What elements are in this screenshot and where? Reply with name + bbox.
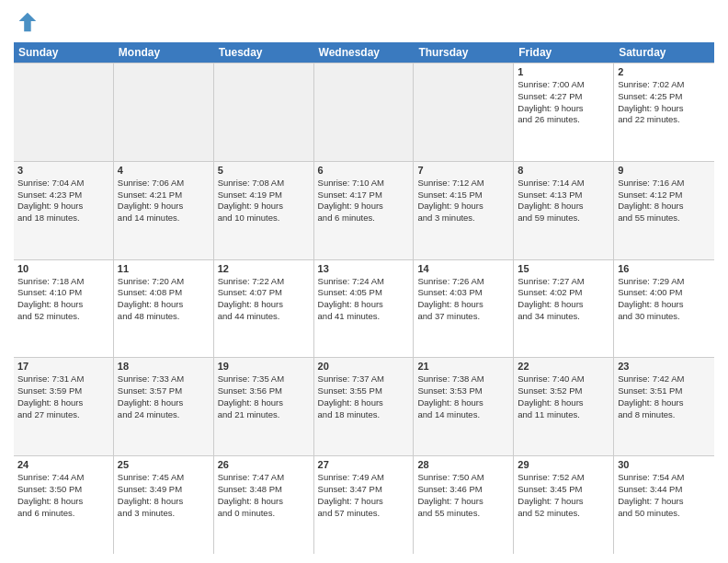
day-number: 30 <box>618 459 711 470</box>
day-number: 25 <box>118 459 210 470</box>
week-row-0: 1Sunrise: 7:00 AMSunset: 4:27 PMDaylight… <box>14 63 714 161</box>
day-info: Sunrise: 7:49 AMSunset: 3:47 PMDaylight:… <box>318 472 410 519</box>
cal-cell-1-6: 9Sunrise: 7:16 AMSunset: 4:12 PMDaylight… <box>614 162 714 259</box>
cal-cell-3-2: 19Sunrise: 7:35 AMSunset: 3:56 PMDayligh… <box>214 358 314 455</box>
day-number: 28 <box>417 459 509 470</box>
logo-icon <box>14 9 40 35</box>
cal-cell-4-3: 27Sunrise: 7:49 AMSunset: 3:47 PMDayligh… <box>314 456 415 554</box>
svg-marker-0 <box>19 13 37 32</box>
day-number: 5 <box>218 165 310 176</box>
cal-cell-2-6: 16Sunrise: 7:29 AMSunset: 4:00 PMDayligh… <box>614 260 714 358</box>
cal-cell-1-2: 5Sunrise: 7:08 AMSunset: 4:19 PMDaylight… <box>214 162 314 259</box>
day-number: 6 <box>318 165 410 176</box>
day-number: 15 <box>518 263 609 274</box>
header-day-sunday: Sunday <box>14 42 114 63</box>
day-number: 3 <box>17 165 109 176</box>
day-info: Sunrise: 7:35 AMSunset: 3:56 PMDaylight:… <box>218 373 310 420</box>
cal-cell-1-4: 7Sunrise: 7:12 AMSunset: 4:15 PMDaylight… <box>414 162 514 259</box>
cal-cell-0-0 <box>14 63 114 161</box>
day-info: Sunrise: 7:26 AMSunset: 4:03 PMDaylight:… <box>417 276 509 323</box>
week-row-1: 3Sunrise: 7:04 AMSunset: 4:23 PMDaylight… <box>14 161 714 259</box>
header <box>14 9 714 35</box>
day-info: Sunrise: 7:42 AMSunset: 3:51 PMDaylight:… <box>618 373 711 420</box>
day-number: 23 <box>618 361 711 372</box>
calendar-header: SundayMondayTuesdayWednesdayThursdayFrid… <box>14 42 714 63</box>
cal-cell-4-6: 30Sunrise: 7:54 AMSunset: 3:44 PMDayligh… <box>614 456 714 554</box>
day-number: 18 <box>118 361 210 372</box>
day-info: Sunrise: 7:37 AMSunset: 3:55 PMDaylight:… <box>318 373 410 420</box>
cal-cell-2-3: 13Sunrise: 7:24 AMSunset: 4:05 PMDayligh… <box>314 260 415 358</box>
header-day-friday: Friday <box>514 42 614 63</box>
cal-cell-0-1 <box>114 63 214 161</box>
day-info: Sunrise: 7:40 AMSunset: 3:52 PMDaylight:… <box>518 373 609 420</box>
day-info: Sunrise: 7:29 AMSunset: 4:00 PMDaylight:… <box>618 276 711 323</box>
day-info: Sunrise: 7:18 AMSunset: 4:10 PMDaylight:… <box>17 276 109 323</box>
week-row-4: 24Sunrise: 7:44 AMSunset: 3:50 PMDayligh… <box>14 455 714 554</box>
day-number: 4 <box>118 165 210 176</box>
week-row-3: 17Sunrise: 7:31 AMSunset: 3:59 PMDayligh… <box>14 357 714 455</box>
cal-cell-3-6: 23Sunrise: 7:42 AMSunset: 3:51 PMDayligh… <box>614 358 714 455</box>
cal-cell-2-4: 14Sunrise: 7:26 AMSunset: 4:03 PMDayligh… <box>414 260 514 358</box>
day-info: Sunrise: 7:00 AMSunset: 4:27 PMDaylight:… <box>518 79 609 126</box>
day-info: Sunrise: 7:16 AMSunset: 4:12 PMDaylight:… <box>618 178 711 224</box>
header-day-monday: Monday <box>114 42 214 63</box>
logo <box>14 9 43 35</box>
day-info: Sunrise: 7:45 AMSunset: 3:49 PMDaylight:… <box>118 472 210 519</box>
cal-cell-3-1: 18Sunrise: 7:33 AMSunset: 3:57 PMDayligh… <box>114 358 214 455</box>
cal-cell-0-4 <box>414 63 514 161</box>
cal-cell-4-0: 24Sunrise: 7:44 AMSunset: 3:50 PMDayligh… <box>14 456 114 554</box>
cal-cell-3-5: 22Sunrise: 7:40 AMSunset: 3:52 PMDayligh… <box>514 358 614 455</box>
cal-cell-4-2: 26Sunrise: 7:47 AMSunset: 3:48 PMDayligh… <box>214 456 314 554</box>
day-number: 20 <box>318 361 410 372</box>
day-number: 8 <box>518 165 609 176</box>
day-info: Sunrise: 7:08 AMSunset: 4:19 PMDaylight:… <box>218 178 310 224</box>
cal-cell-4-4: 28Sunrise: 7:50 AMSunset: 3:46 PMDayligh… <box>414 456 514 554</box>
day-number: 9 <box>618 165 711 176</box>
cal-cell-2-1: 11Sunrise: 7:20 AMSunset: 4:08 PMDayligh… <box>114 260 214 358</box>
cal-cell-3-4: 21Sunrise: 7:38 AMSunset: 3:53 PMDayligh… <box>414 358 514 455</box>
calendar: SundayMondayTuesdayWednesdayThursdayFrid… <box>14 42 714 554</box>
day-number: 12 <box>218 263 310 274</box>
day-info: Sunrise: 7:04 AMSunset: 4:23 PMDaylight:… <box>17 178 109 224</box>
day-number: 29 <box>518 459 609 470</box>
day-info: Sunrise: 7:47 AMSunset: 3:48 PMDaylight:… <box>218 472 310 519</box>
cal-cell-2-5: 15Sunrise: 7:27 AMSunset: 4:02 PMDayligh… <box>514 260 614 358</box>
day-info: Sunrise: 7:38 AMSunset: 3:53 PMDaylight:… <box>417 373 509 420</box>
cal-cell-1-1: 4Sunrise: 7:06 AMSunset: 4:21 PMDaylight… <box>114 162 214 259</box>
day-info: Sunrise: 7:27 AMSunset: 4:02 PMDaylight:… <box>518 276 609 323</box>
calendar-body: 1Sunrise: 7:00 AMSunset: 4:27 PMDaylight… <box>14 63 714 554</box>
header-day-wednesday: Wednesday <box>314 42 415 63</box>
cal-cell-2-2: 12Sunrise: 7:22 AMSunset: 4:07 PMDayligh… <box>214 260 314 358</box>
day-number: 21 <box>417 361 509 372</box>
day-info: Sunrise: 7:10 AMSunset: 4:17 PMDaylight:… <box>318 178 410 224</box>
day-info: Sunrise: 7:20 AMSunset: 4:08 PMDaylight:… <box>118 276 210 323</box>
cal-cell-4-5: 29Sunrise: 7:52 AMSunset: 3:45 PMDayligh… <box>514 456 614 554</box>
page: SundayMondayTuesdayWednesdayThursdayFrid… <box>0 0 728 563</box>
day-number: 17 <box>17 361 109 372</box>
day-number: 13 <box>318 263 410 274</box>
header-day-tuesday: Tuesday <box>214 42 314 63</box>
cal-cell-3-3: 20Sunrise: 7:37 AMSunset: 3:55 PMDayligh… <box>314 358 415 455</box>
cal-cell-0-2 <box>214 63 314 161</box>
day-info: Sunrise: 7:52 AMSunset: 3:45 PMDaylight:… <box>518 472 609 519</box>
day-info: Sunrise: 7:02 AMSunset: 4:25 PMDaylight:… <box>618 79 711 126</box>
day-number: 19 <box>218 361 310 372</box>
cal-cell-0-6: 2Sunrise: 7:02 AMSunset: 4:25 PMDaylight… <box>614 63 714 161</box>
day-number: 24 <box>17 459 109 470</box>
day-number: 26 <box>218 459 310 470</box>
cal-cell-4-1: 25Sunrise: 7:45 AMSunset: 3:49 PMDayligh… <box>114 456 214 554</box>
day-info: Sunrise: 7:06 AMSunset: 4:21 PMDaylight:… <box>118 178 210 224</box>
cal-cell-0-3 <box>314 63 415 161</box>
day-info: Sunrise: 7:14 AMSunset: 4:13 PMDaylight:… <box>518 178 609 224</box>
day-info: Sunrise: 7:22 AMSunset: 4:07 PMDaylight:… <box>218 276 310 323</box>
cal-cell-0-5: 1Sunrise: 7:00 AMSunset: 4:27 PMDaylight… <box>514 63 614 161</box>
week-row-2: 10Sunrise: 7:18 AMSunset: 4:10 PMDayligh… <box>14 259 714 358</box>
day-number: 22 <box>518 361 609 372</box>
day-info: Sunrise: 7:54 AMSunset: 3:44 PMDaylight:… <box>618 472 711 519</box>
day-number: 10 <box>17 263 109 274</box>
day-info: Sunrise: 7:50 AMSunset: 3:46 PMDaylight:… <box>417 472 509 519</box>
header-day-thursday: Thursday <box>414 42 514 63</box>
day-number: 14 <box>417 263 509 274</box>
cal-cell-3-0: 17Sunrise: 7:31 AMSunset: 3:59 PMDayligh… <box>14 358 114 455</box>
cal-cell-1-0: 3Sunrise: 7:04 AMSunset: 4:23 PMDaylight… <box>14 162 114 259</box>
